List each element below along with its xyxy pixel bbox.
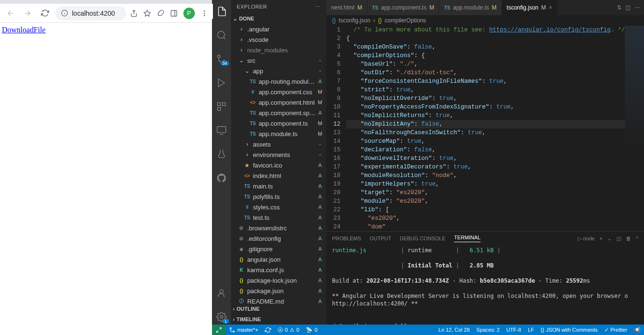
tree-row[interactable]: {}package-lock.jsonA	[231, 275, 326, 286]
file-icon: TS	[249, 79, 257, 84]
site-info-icon[interactable]	[61, 10, 68, 17]
indentation[interactable]: Spaces: 2	[473, 325, 503, 335]
tree-row[interactable]: TSapp.module.tsM	[231, 128, 326, 139]
editor-tab[interactable]: TSapp.component.tsM	[367, 0, 439, 15]
editor-body[interactable]: 1234567891011121314151617181920212223242…	[326, 26, 644, 231]
tree-label: app.component.html	[259, 99, 317, 106]
github-activity[interactable]	[212, 170, 231, 186]
branch-indicator[interactable]: master*+	[226, 325, 262, 335]
port-indicator[interactable]: 📡 0	[302, 325, 321, 335]
editor-tab[interactable]: nent.htmlM	[326, 0, 367, 15]
profile-avatar[interactable]: P	[183, 8, 195, 19]
editor-tab[interactable]: TSapp.module.tsM	[439, 0, 502, 15]
tree-row[interactable]: TSapp.component.tsM	[231, 118, 326, 128]
errors-indicator[interactable]: ⓧ 0 ⚠ 0	[274, 325, 302, 335]
remote-activity[interactable]	[212, 123, 231, 138]
share-icon[interactable]	[130, 10, 138, 17]
settings-activity[interactable]: 1	[212, 309, 231, 325]
feedback-icon[interactable]: 📢	[631, 325, 644, 335]
tree-row[interactable]: TStest.tsA	[231, 212, 326, 223]
tree-row[interactable]: ★favicon.icoA	[231, 160, 326, 170]
testing-activity[interactable]	[212, 147, 231, 162]
tree-row[interactable]: ›node_modules	[231, 45, 326, 55]
maximize-panel-icon[interactable]: ^	[636, 236, 638, 241]
file-icon: {}	[238, 278, 245, 283]
tree-row[interactable]: {}package.jsonA	[231, 286, 326, 296]
menu-icon[interactable]	[201, 10, 208, 17]
new-terminal-icon[interactable]: +	[599, 236, 602, 241]
browser-window: localhost:4200 P DownloadFile	[0, 0, 212, 335]
language-mode[interactable]: {} JSON with Comments	[537, 325, 601, 335]
account-activity[interactable]	[212, 286, 231, 301]
timeline-header[interactable]: › TIMELINE	[231, 314, 326, 325]
tree-row[interactable]: #styles.cssA	[231, 202, 326, 212]
encoding[interactable]: UTF-8	[503, 325, 524, 335]
tree-row[interactable]: ⚙.editorconfigA	[231, 233, 326, 244]
extensions-icon[interactable]	[157, 10, 164, 17]
tree-row[interactable]: ›environments•	[231, 149, 326, 160]
extensions-activity[interactable]	[212, 99, 231, 114]
download-link[interactable]: DownloadFile	[2, 26, 46, 34]
git-status: •	[317, 152, 323, 158]
terminal-dropdown-icon[interactable]: ⌄	[607, 236, 612, 242]
tree-row[interactable]: ›.angular	[231, 24, 326, 34]
tree-row[interactable]: ⓘREADME.mdA	[231, 296, 326, 304]
tree-row[interactable]: ›assets•	[231, 139, 326, 149]
eol[interactable]: LF	[524, 325, 537, 335]
tree-row[interactable]: Kkarma.conf.jsA	[231, 265, 326, 275]
tree-row[interactable]: TSmain.tsA	[231, 181, 326, 191]
tree-row[interactable]: TSapp.component.spec.tsA	[231, 108, 326, 118]
debug-activity[interactable]	[212, 75, 231, 90]
tree-row[interactable]: <>index.htmlA	[231, 170, 326, 181]
workspace-header[interactable]: ⌄ DONE	[231, 13, 326, 24]
panel-tabs: PROBLEMS OUTPUT DEBUG CONSOLE TERMINAL ▷…	[326, 232, 644, 245]
bookmark-icon[interactable]	[143, 10, 151, 17]
editor-tab[interactable]: tsconfig.jsonM×	[502, 0, 558, 15]
svg-point-8	[204, 15, 205, 16]
code-content[interactable]: /* To learn more about this file see: ht…	[346, 26, 625, 231]
file-icon: #	[249, 89, 257, 95]
debug-console-tab[interactable]: DEBUG CONSOLE	[400, 236, 445, 241]
tree-row[interactable]: ›.vscode	[231, 34, 326, 45]
terminal-content[interactable]: runtime.js | runtime | 6.51 kB | | Initi…	[326, 245, 644, 325]
close-tab-icon[interactable]: ×	[549, 4, 552, 11]
tree-row[interactable]: #app.component.cssM	[231, 87, 326, 97]
split-icon[interactable]: ◫	[625, 4, 631, 11]
terminal-shell-label[interactable]: ▷ node	[578, 236, 595, 242]
explorer-activity[interactable]	[212, 4, 231, 19]
back-button[interactable]	[4, 7, 17, 20]
modified-indicator: M	[492, 4, 497, 11]
tree-row[interactable]: ◆.gitignoreA	[231, 244, 326, 254]
git-status: A	[317, 173, 323, 178]
compare-icon[interactable]: ⇅	[617, 4, 622, 11]
output-tab[interactable]: OUTPUT	[370, 236, 391, 241]
tree-row[interactable]: TSpolyfills.tsA	[231, 191, 326, 202]
more-icon[interactable]: ⋯	[634, 4, 640, 11]
minimap[interactable]	[625, 26, 644, 231]
terminal-tab[interactable]: TERMINAL	[454, 235, 481, 242]
cursor-position[interactable]: Ln 12, Col 28	[435, 325, 473, 335]
tree-row[interactable]: <>app.component.htmlM	[231, 97, 326, 108]
page-content: DownloadFile	[0, 23, 212, 335]
tree-row[interactable]: ⌄src•	[231, 55, 326, 66]
kill-terminal-icon[interactable]: 🗑	[626, 236, 631, 241]
forward-button[interactable]	[21, 7, 34, 20]
outline-header[interactable]: › OUTLINE	[231, 304, 326, 314]
prettier-status[interactable]: ✓ Prettier	[601, 325, 631, 335]
tree-row[interactable]: {}angular.jsonA	[231, 254, 326, 265]
sidepanel-icon[interactable]	[170, 10, 178, 17]
split-terminal-icon[interactable]: ◫	[616, 236, 621, 242]
breadcrumb[interactable]: {} tsconfig.json › {} compilerOptions	[326, 15, 644, 26]
remote-indicator[interactable]	[212, 325, 226, 335]
editor-area: nent.htmlMTSapp.component.tsMTSapp.modul…	[326, 0, 644, 325]
problems-tab[interactable]: PROBLEMS	[332, 236, 361, 241]
search-activity[interactable]	[212, 28, 231, 43]
sync-indicator[interactable]	[262, 325, 274, 335]
tree-row[interactable]: TSapp-routing.module.tsA	[231, 76, 326, 87]
scm-activity[interactable]: 34	[212, 51, 231, 67]
explorer-more-icon[interactable]: ⋯	[315, 4, 321, 10]
address-bar[interactable]: localhost:4200	[55, 6, 126, 20]
reload-button[interactable]	[38, 7, 51, 20]
tree-row[interactable]: ⌄app•	[231, 66, 326, 76]
tree-row[interactable]: ⚙.browserslistrcA	[231, 223, 326, 233]
